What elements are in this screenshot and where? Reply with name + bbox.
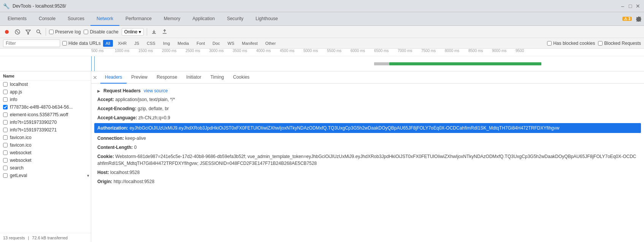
list-item[interactable]: info?t=1591973390271 [0, 126, 91, 134]
filter-tag-ws[interactable]: WS [225, 40, 237, 47]
detail-tab-cookies[interactable]: Cookies [228, 71, 254, 84]
blocked-requests-label[interactable]: Blocked Requests [598, 41, 641, 46]
transferred-size: 72.6 kB transferred [32, 236, 68, 240]
header-value: Webstorm-681de987=241e5c5e-17d2-40b8-968… [97, 154, 636, 166]
has-blocked-cookies-label[interactable]: Has blocked cookies [547, 41, 595, 46]
file-checkbox[interactable] [3, 135, 8, 140]
detail-tab-initiator[interactable]: Initiator [182, 71, 206, 84]
detail-tab-timing[interactable]: Timing [206, 71, 228, 84]
header-key: Cookie: [97, 154, 114, 159]
header-row-origin: Origin: http://localhost:9528 [97, 177, 638, 186]
search-button[interactable] [35, 28, 43, 36]
chevron-down-icon: ▾ [139, 29, 141, 35]
file-checkbox[interactable] [3, 97, 8, 102]
preserve-log-label[interactable]: Preserve log [49, 29, 81, 35]
list-item[interactable]: favicon.ico [0, 141, 91, 149]
online-select[interactable]: Online ▾ [122, 28, 144, 36]
timeline-label-2000: 2000 ms [162, 49, 176, 53]
hide-data-urls-checkbox[interactable] [62, 41, 67, 46]
preserve-log-checkbox[interactable] [49, 30, 54, 34]
file-checkbox[interactable] [3, 143, 8, 147]
timeline-label-3000: 3000 ms [209, 49, 224, 53]
tab-security[interactable]: Security [221, 12, 249, 26]
list-item[interactable]: info [0, 96, 91, 103]
timeline-chart [0, 56, 644, 71]
list-item[interactable]: getLeval ▾ [0, 172, 91, 179]
tab-memory[interactable]: Memory [158, 12, 186, 26]
import-button[interactable] [150, 28, 158, 36]
has-blocked-cookies-checkbox[interactable] [547, 41, 552, 46]
list-item[interactable]: app.js [0, 88, 91, 96]
filter-tag-js[interactable]: JS [132, 40, 142, 47]
filter-tag-font[interactable]: Font [194, 40, 208, 47]
detail-tab-headers[interactable]: Headers [100, 71, 127, 84]
filter-tag-img[interactable]: Img [160, 40, 173, 47]
list-item[interactable]: websocket [0, 149, 91, 157]
left-panel-footer: 13 requests | 72.6 kB transferred [0, 233, 91, 242]
clear-button[interactable] [14, 28, 21, 36]
request-headers-section[interactable]: ▶ Request Headers view source [97, 87, 638, 95]
devtools-icon: 🔧 [3, 3, 10, 9]
list-item[interactable]: websocket [0, 157, 91, 164]
record-button[interactable] [3, 28, 11, 36]
disable-cache-checkbox[interactable] [84, 30, 88, 34]
file-checkbox[interactable] [3, 173, 8, 178]
list-item[interactable]: search [0, 164, 91, 172]
blocked-requests-checkbox[interactable] [598, 41, 603, 46]
tab-console[interactable]: Console [33, 12, 62, 26]
list-item[interactable]: element-icons.535877f5.woff [0, 111, 91, 119]
tab-lighthouse[interactable]: Lighthouse [249, 12, 284, 26]
file-checkbox[interactable] [3, 112, 8, 117]
timeline-label-7500: 7500 ms [421, 49, 436, 53]
file-checkbox[interactable] [3, 166, 8, 170]
file-checkbox[interactable] [3, 82, 8, 87]
tab-elements[interactable]: Elements [2, 12, 33, 26]
detail-tab-response[interactable]: Response [152, 71, 182, 84]
tab-application[interactable]: Application [186, 12, 221, 26]
main-content: Name localhost app.js info f778738c-e4f8… [0, 71, 644, 242]
filter-tag-all[interactable]: All [103, 40, 113, 47]
file-checkbox[interactable] [3, 105, 8, 109]
list-item[interactable]: favicon.ico [0, 134, 91, 141]
file-name: info [10, 97, 88, 102]
list-item[interactable]: info?t=1591973390270 [0, 119, 91, 126]
filter-button[interactable] [24, 28, 32, 36]
view-source-link[interactable]: view source [144, 88, 168, 93]
file-checkbox[interactable] [3, 90, 8, 94]
filter-tag-media[interactable]: Media [175, 40, 192, 47]
header-row-accept-encoding: Accept-Encoding: gzip, deflate, br [97, 104, 638, 113]
settings-button[interactable] [635, 15, 642, 23]
list-item[interactable]: f778738c-e4f8-4870-b634-56... [0, 103, 91, 111]
filter-tag-css[interactable]: CSS [144, 40, 158, 47]
file-checkbox[interactable] [3, 158, 8, 163]
tab-sources[interactable]: Sources [62, 12, 90, 26]
title-bar: 🔧 DevTools - localhost:9528/ – □ ✕ [0, 0, 644, 12]
hide-data-urls-label[interactable]: Hide data URLs [62, 41, 101, 46]
filter-tag-doc[interactable]: Doc [210, 40, 223, 47]
filter-tag-other[interactable]: Other [263, 40, 279, 47]
timeline-label-4500: 4500 ms [280, 49, 294, 53]
close-button[interactable]: ✕ [635, 3, 641, 9]
tab-performance[interactable]: Performance [119, 12, 158, 26]
toolbar: Preserve log Disable cache Online ▾ [0, 26, 644, 38]
timeline-label-500: 500 ms [91, 49, 104, 53]
disable-cache-label[interactable]: Disable cache [84, 29, 118, 35]
minimize-button[interactable]: – [620, 3, 626, 9]
footer-separator: | [28, 236, 29, 240]
file-checkbox[interactable] [3, 128, 8, 132]
toolbar-separator-2 [147, 28, 147, 36]
detail-close-button[interactable]: ✕ [93, 74, 97, 81]
filter-tag-manifest[interactable]: Manifest [239, 40, 260, 47]
list-item[interactable]: localhost [0, 81, 91, 88]
filter-input[interactable] [3, 40, 60, 47]
filter-bar: Hide data URLs All XHR JS CSS Img Media … [0, 38, 644, 49]
restore-button[interactable]: □ [627, 3, 633, 9]
file-name: favicon.ico [10, 135, 88, 140]
filter-tag-xhr[interactable]: XHR [115, 40, 129, 47]
file-checkbox[interactable] [3, 150, 8, 155]
tab-network[interactable]: Network [90, 12, 119, 26]
header-value: localhost:9528 [110, 170, 140, 175]
file-checkbox[interactable] [3, 120, 8, 125]
detail-tab-preview[interactable]: Preview [127, 71, 152, 84]
export-button[interactable] [161, 28, 168, 36]
